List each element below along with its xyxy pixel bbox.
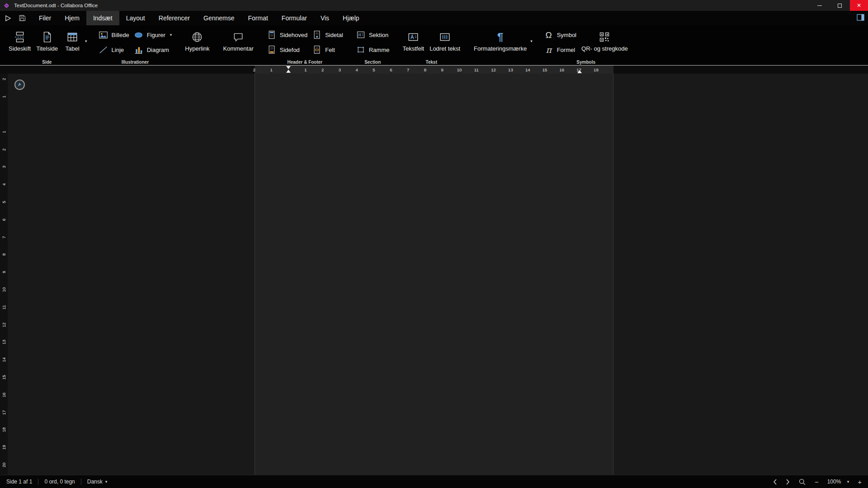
chart-label: Diagram — [147, 47, 169, 53]
vertical-ruler[interactable]: 211234567891011121314151617181920 — [0, 74, 8, 475]
menu-tabs: Filer Hjem Indsæt Layout Referencer Genn… — [32, 11, 366, 25]
formula-button[interactable]: π Formel — [542, 44, 579, 56]
field-button[interactable]: Felt — [310, 44, 345, 56]
formatting-mark-button[interactable]: ¶ Formateringsmærke — [471, 25, 529, 52]
line-button[interactable]: Linje — [96, 44, 132, 56]
menu-format[interactable]: Format — [241, 11, 275, 25]
minimize-button[interactable] — [809, 0, 830, 11]
shapes-label: Figurer — [147, 32, 165, 38]
page-number-icon — [312, 30, 322, 40]
title-page-label: Titelside — [36, 45, 58, 52]
image-label: Billede — [112, 32, 129, 38]
ruler-number: 5 — [373, 67, 375, 72]
shapes-dropdown-caret-icon: ▾ — [170, 33, 172, 37]
menu-vis[interactable]: Vis — [314, 11, 336, 25]
ribbon-group-section: Sektion Ramme Section — [349, 25, 396, 65]
hyperlink-button[interactable]: Hyperlink — [182, 25, 212, 52]
ruler-number: 14 — [525, 67, 530, 72]
title-page-button[interactable]: Titelside — [33, 25, 61, 52]
image-button[interactable]: Billede — [96, 29, 132, 41]
menu-layout[interactable]: Layout — [119, 11, 152, 25]
chart-button[interactable]: Diagram — [132, 44, 175, 56]
group-label-side: Side — [2, 60, 92, 65]
formatting-mark-dropdown-caret-icon[interactable]: ▾ — [529, 39, 533, 43]
app-menu-icon[interactable] — [5, 15, 11, 22]
hyperlink-globe-icon — [191, 30, 203, 44]
save-icon[interactable] — [19, 14, 26, 22]
ribbon-group-hyperlink: Hyperlink — [178, 25, 216, 65]
section-icon — [356, 30, 366, 40]
zoom-in-button[interactable]: + — [858, 479, 862, 485]
hyperlink-label: Hyperlink — [185, 45, 209, 52]
comment-button[interactable]: Kommentar — [221, 25, 256, 52]
table-dropdown-caret-icon[interactable]: ▾ — [84, 39, 88, 43]
qr-code-icon — [599, 30, 610, 44]
ruler-number: 14 — [1, 357, 6, 362]
close-button[interactable]: ✕ — [850, 0, 868, 11]
maximize-button[interactable] — [830, 0, 850, 11]
minimize-icon — [817, 5, 822, 6]
menu-hjem[interactable]: Hjem — [58, 11, 86, 25]
header-icon — [267, 30, 277, 40]
ruler-number: 8 — [424, 67, 426, 72]
ruler-number: 2 — [321, 67, 324, 72]
menu-bar: Filer Hjem Indsæt Layout Referencer Genn… — [0, 11, 868, 25]
document-page[interactable] — [255, 74, 613, 475]
ruler-number: 1 — [304, 67, 307, 72]
page-number-button[interactable]: Sidetal — [310, 29, 345, 41]
ruler-number: 3 — [339, 67, 341, 72]
navigator-compass-icon[interactable] — [14, 79, 26, 91]
footer-icon — [267, 45, 277, 55]
section-label: Sektion — [369, 32, 388, 38]
ruler-number: 15 — [1, 375, 6, 380]
ruler-number: 4 — [1, 183, 6, 186]
header-button[interactable]: Sidehoved — [264, 29, 310, 41]
horizontal-ruler[interactable]: 21123456789101112131415161718 — [0, 66, 868, 74]
ruler-number: 16 — [1, 393, 6, 398]
shapes-button[interactable]: Figurer ▾ — [132, 29, 175, 41]
menu-gennemse[interactable]: Gennemse — [197, 11, 241, 25]
language-selector[interactable]: Dansk ▾ — [81, 479, 113, 485]
header-label: Sidehoved — [280, 32, 307, 38]
ruler-number: 10 — [457, 67, 462, 72]
text-box-button[interactable]: Tekstfelt — [400, 25, 427, 52]
next-page-button[interactable] — [786, 479, 790, 485]
ruler-number: 13 — [1, 340, 6, 345]
menu-indsaet[interactable]: Indsæt — [86, 11, 119, 25]
ruler-number: 9 — [1, 271, 6, 273]
ruler-number: 3 — [1, 166, 6, 168]
zoom-out-button[interactable]: − — [815, 479, 819, 485]
ribbon-group-comment: Kommentar — [217, 25, 260, 65]
ribbon-group-text: Tekstfelt Lodret tekst Tekst — [396, 25, 467, 65]
maximize-icon — [838, 4, 842, 8]
menu-filer[interactable]: Filer — [32, 11, 58, 25]
page-break-button[interactable]: Sideskift — [6, 25, 33, 52]
ruler-number: 1 — [1, 96, 6, 98]
frame-button[interactable]: Ramme — [354, 44, 392, 56]
ruler-number: 16 — [560, 67, 565, 72]
vertical-text-button[interactable]: Lodret tekst — [427, 25, 463, 52]
frame-label: Ramme — [369, 47, 390, 53]
sidebar-toggle-icon[interactable] — [857, 14, 864, 21]
ribbon-group-symbols: Ω Symbol π Formel QR- og stregkode Symbo… — [538, 25, 635, 65]
left-indent-marker[interactable] — [286, 66, 291, 73]
zoom-search-icon[interactable] — [798, 478, 806, 486]
section-button[interactable]: Sektion — [354, 29, 392, 41]
menu-hjaelp[interactable]: Hjælp — [336, 11, 366, 25]
ruler-number: 11 — [1, 305, 6, 310]
page-count-status[interactable]: Side 1 af 1 — [6, 479, 38, 485]
zoom-level-selector[interactable]: 100% ▾ — [827, 479, 849, 485]
right-margin-marker[interactable] — [577, 70, 582, 73]
zoom-caret-icon: ▾ — [847, 479, 849, 484]
symbol-button[interactable]: Ω Symbol — [542, 29, 579, 41]
menu-referencer[interactable]: Referencer — [152, 11, 197, 25]
previous-page-button[interactable] — [773, 479, 777, 485]
table-button[interactable]: Tabel — [61, 25, 84, 52]
qr-barcode-button[interactable]: QR- og stregkode — [579, 25, 631, 52]
ruler-number: 2 — [1, 78, 6, 80]
menu-formular[interactable]: Formular — [275, 11, 314, 25]
symbol-label: Symbol — [557, 32, 576, 38]
footer-button[interactable]: Sidefod — [264, 44, 310, 56]
word-count-status[interactable]: 0 ord, 0 tegn — [38, 479, 80, 485]
ruler-number: 6 — [390, 67, 392, 72]
